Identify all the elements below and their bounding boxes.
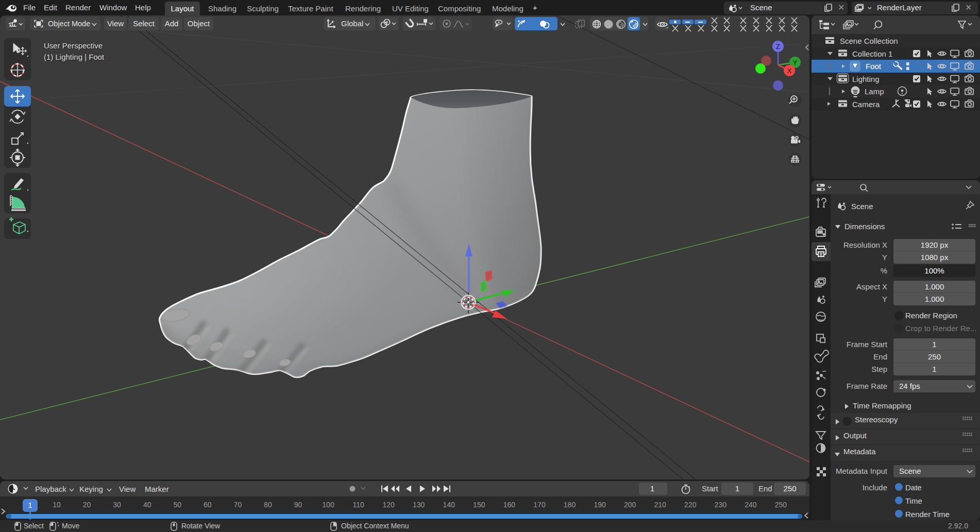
svg-text:Z: Z: [776, 43, 780, 50]
svg-text:Y: Y: [793, 59, 798, 66]
svg-text:X: X: [787, 67, 792, 75]
